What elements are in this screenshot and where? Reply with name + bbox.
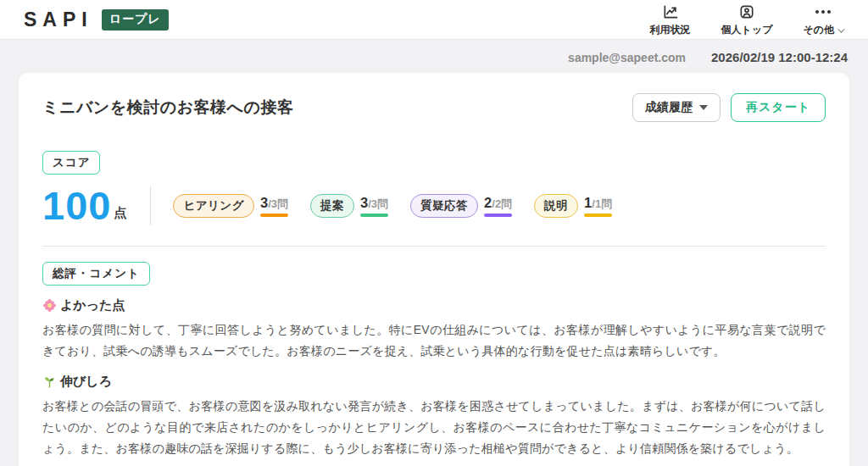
category-total: /3問 — [368, 197, 388, 210]
sprout-icon — [42, 374, 57, 389]
category-score: 3/3問 — [260, 195, 288, 218]
logo-badge: ロープレ — [102, 9, 169, 31]
app-nav: 利用状況 個人トップ その他 — [650, 3, 843, 37]
vertical-divider — [150, 186, 151, 225]
comment-badge-wrap: 総評・コメント — [42, 262, 826, 286]
category-pill: 提案 — [310, 194, 354, 218]
category-score-text: 2/2問 — [484, 195, 512, 211]
session-meta: sample@sapeet.com 2026/02/19 12:00-12:24 — [0, 40, 868, 73]
score-badge: スコア — [42, 151, 100, 175]
category-score-bar — [484, 214, 512, 217]
comment-badge: 総評・コメント — [42, 262, 150, 286]
feedback-good-heading: よかった点 — [42, 297, 826, 313]
category-total: /2問 — [492, 197, 512, 210]
feedback-good-title: よかった点 — [60, 297, 125, 313]
scenario-title: ミニバンを検討のお客様への接客 — [42, 97, 294, 119]
category-pill: 説明 — [534, 194, 578, 218]
person-card-icon — [738, 3, 755, 20]
nav-label-more-text: その他 — [803, 23, 834, 37]
feedback-growth-section: 伸びしろ お客様との会話の冒頭で、お客様の意図を汲み取れない発言が続き、お客様を… — [42, 374, 826, 459]
category-correct: 1 — [584, 195, 592, 210]
category-qa: 質疑応答 2/2問 — [410, 194, 512, 218]
category-score: 1/1問 — [584, 195, 612, 218]
score-value: 100 — [42, 187, 111, 225]
nav-item-personal-top[interactable]: 個人トップ — [721, 3, 773, 37]
chart-line-icon — [662, 3, 679, 20]
category-hearing: ヒアリング 3/3問 — [173, 194, 288, 218]
category-pill: ヒアリング — [173, 194, 254, 218]
logo[interactable]: SAPI ロープレ — [24, 8, 169, 31]
history-button-label: 成績履歴 — [645, 100, 693, 115]
total-score: 100 点 — [42, 187, 126, 225]
category-correct: 3 — [360, 195, 368, 210]
category-correct: 2 — [484, 195, 492, 210]
category-proposal: 提案 3/3問 — [310, 194, 388, 218]
nav-label-more: その他 — [803, 23, 843, 37]
feedback-growth-title: 伸びしろ — [60, 374, 112, 390]
logo-text: SAPI — [24, 8, 93, 31]
category-score-text: 3/3問 — [260, 195, 288, 211]
history-dropdown-button[interactable]: 成績履歴 — [632, 93, 721, 122]
category-score: 3/3問 — [360, 195, 388, 218]
user-email: sample@sapeet.com — [568, 51, 686, 64]
feedback-good-section: よかった点 お客様の質問に対して、丁寧に回答しようと努めていました。特にEVの仕… — [42, 297, 826, 362]
category-total: /1問 — [592, 197, 612, 210]
app-header: SAPI ロープレ 利用状況 個人トップ — [0, 0, 868, 40]
feedback-growth-body: お客様との会話の冒頭で、お客様の意図を汲み取れない発言が続き、お客様を困惑させて… — [42, 396, 826, 459]
category-score-bar — [260, 214, 288, 217]
card-header: ミニバンを検討のお客様への接客 成績履歴 再スタート — [42, 93, 826, 122]
score-unit: 点 — [114, 205, 126, 225]
header-actions: 成績履歴 再スタート — [632, 93, 826, 122]
restart-button[interactable]: 再スタート — [731, 93, 826, 122]
chevron-down-icon — [837, 25, 844, 32]
nav-label-usage: 利用状況 — [650, 23, 691, 37]
nav-item-usage[interactable]: 利用状況 — [650, 3, 691, 37]
nav-item-more[interactable]: その他 — [803, 3, 843, 37]
category-score-list: ヒアリング 3/3問 提案 3/3問 質疑応答 2/2問 — [173, 194, 612, 218]
category-correct: 3 — [260, 195, 268, 210]
flower-icon — [42, 298, 57, 313]
category-score-text: 1/1問 — [584, 195, 612, 211]
nav-label-others-text: 個人トップ — [721, 23, 773, 37]
category-score: 2/2問 — [484, 195, 512, 218]
category-pill: 質疑応答 — [410, 194, 478, 218]
section-divider — [42, 246, 826, 247]
restart-button-label: 再スタート — [746, 100, 810, 115]
nav-label-others: 個人トップ — [721, 23, 773, 37]
feedback-good-body: お客様の質問に対して、丁寧に回答しようと努めていました。特にEVの仕組みについて… — [42, 319, 826, 362]
session-datetime: 2026/02/19 12:00-12:24 — [711, 50, 848, 64]
category-total: /3問 — [268, 197, 288, 210]
ellipsis-icon — [815, 3, 831, 20]
category-score-text: 3/3問 — [360, 195, 388, 211]
category-score-bar — [360, 214, 388, 217]
score-row: 100 点 ヒアリング 3/3問 提案 3/3問 質疑応答 — [42, 186, 826, 225]
dropdown-caret-icon — [699, 105, 708, 110]
category-score-bar — [584, 214, 612, 217]
result-card: ミニバンを検討のお客様への接客 成績履歴 再スタート スコア 100 点 ヒアリ… — [19, 73, 849, 466]
feedback-growth-heading: 伸びしろ — [42, 374, 826, 390]
category-explanation: 説明 1/1問 — [534, 194, 612, 218]
